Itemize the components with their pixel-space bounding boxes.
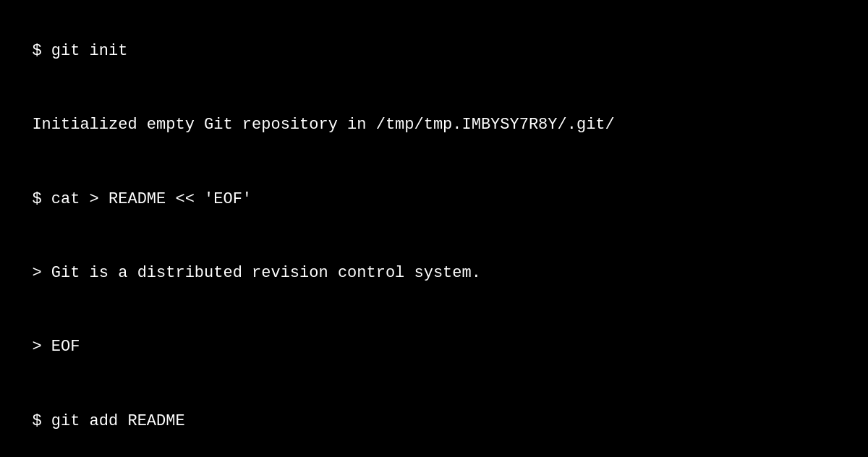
- terminal-line-2: Initialized empty Git repository in /tmp…: [32, 116, 614, 134]
- terminal-window: $ git init Initialized empty Git reposit…: [0, 0, 868, 457]
- terminal-line-4: > Git is a distributed revision control …: [32, 264, 481, 282]
- terminal-line-1: $ git init: [32, 42, 127, 60]
- terminal-line-5: > EOF: [32, 338, 80, 356]
- terminal-line-3: $ cat > README << 'EOF': [32, 190, 252, 208]
- terminal-line-6: $ git add README: [32, 412, 184, 430]
